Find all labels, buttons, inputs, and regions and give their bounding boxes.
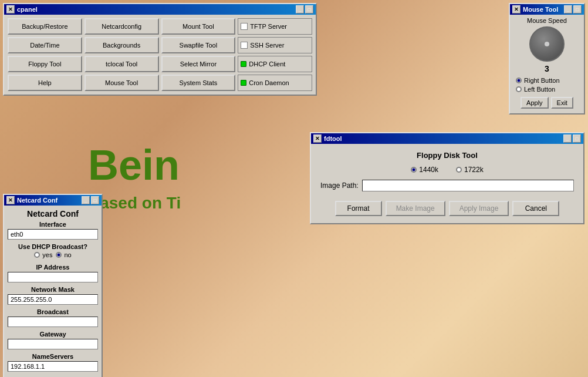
fdtool-close-btn[interactable]: ✕ xyxy=(313,134,322,143)
tftp-checkbox[interactable] xyxy=(241,23,248,30)
mouse-button-group: Right Button Left Button xyxy=(512,77,582,93)
cpanel-grid: Backup/Restore Netcardconfig Mount Tool … xyxy=(4,15,316,95)
dhcp-yes-label: yes xyxy=(42,251,52,258)
make-image-btn[interactable]: Make Image xyxy=(386,201,445,216)
ip-label: IP Address xyxy=(8,264,98,271)
backup-restore-btn[interactable]: Backup/Restore xyxy=(8,18,82,35)
interface-label: Interface xyxy=(8,221,98,228)
format-btn[interactable]: Format xyxy=(335,201,382,216)
gateway-label: Gateway xyxy=(8,331,98,338)
ssh-checkbox[interactable] xyxy=(241,42,248,49)
broadcast-input[interactable] xyxy=(8,317,98,327)
dhcp-client-label: DHCP Client xyxy=(249,60,285,68)
mount-tool-btn[interactable]: Mount Tool xyxy=(161,18,236,35)
dhcp-no-indicator[interactable] xyxy=(56,252,62,258)
mouse-apply-row: Apply Exit xyxy=(512,95,582,111)
tftp-server-btn[interactable]: TFTP Server xyxy=(238,18,312,35)
cancel-btn[interactable]: Cancel xyxy=(512,201,559,216)
broadcast-label: Broadcast xyxy=(8,308,98,315)
cpanel-window: ✕ cpanel _ □ Backup/Restore Netcardconfi… xyxy=(3,3,317,96)
mouse-tool-close-btn[interactable]: ✕ xyxy=(512,5,521,14)
radio-1722-label: 1722k xyxy=(464,166,484,174)
image-path-row: Image Path: xyxy=(315,180,580,191)
dhcp-no-radio[interactable]: no xyxy=(56,251,71,258)
nameservers-input[interactable] xyxy=(8,361,98,372)
dhcp-yes-radio[interactable]: yes xyxy=(34,251,52,258)
cpanel-title: cpanel xyxy=(17,6,38,13)
date-time-btn[interactable]: Date/Time xyxy=(8,37,82,53)
help-btn[interactable]: Help xyxy=(8,75,82,91)
mouse-dial-dot xyxy=(545,42,549,46)
mouse-speed-value: 3 xyxy=(512,64,582,73)
radio-1440-indicator[interactable] xyxy=(411,167,417,173)
left-button-label: Left Button xyxy=(524,86,555,93)
mouse-apply-btn[interactable]: Apply xyxy=(521,97,549,109)
netmask-label: Network Mask xyxy=(8,286,98,293)
image-path-input[interactable] xyxy=(362,180,574,191)
cron-daemon-btn[interactable]: Cron Daemon xyxy=(238,75,312,91)
right-button-label: Right Button xyxy=(524,77,560,84)
fdtool-maximize-btn[interactable]: □ xyxy=(573,134,581,143)
mouse-speed-container: Mouse Speed 3 Right Button Left Button A… xyxy=(510,15,584,113)
swapfile-tool-btn[interactable]: Swapfile Tool xyxy=(161,37,236,53)
mouse-tool-titlebar: ✕ Mouse Tool _ □ xyxy=(510,4,584,15)
dhcp-no-label: no xyxy=(64,251,71,258)
cron-led xyxy=(241,80,246,86)
cpanel-minimize-btn[interactable]: _ xyxy=(296,5,304,14)
dhcp-yes-indicator[interactable] xyxy=(34,252,40,258)
netcardconfig-btn[interactable]: Netcardconfig xyxy=(85,18,159,35)
mouse-tool-title: Mouse Tool xyxy=(523,6,558,13)
tftp-label: TFTP Server xyxy=(250,23,287,30)
netcard-window-title: Netcard Conf xyxy=(17,197,58,204)
dhcp-client-btn[interactable]: DHCP Client xyxy=(238,56,312,72)
ip-input[interactable] xyxy=(8,272,98,282)
netcard-close-btn[interactable]: ✕ xyxy=(6,196,15,204)
mouse-dial[interactable] xyxy=(529,26,565,62)
cpanel-maximize-btn[interactable]: □ xyxy=(305,5,313,14)
fdtool-content: Floppy Disk Tool 1440k 1722k Image Path:… xyxy=(311,144,583,223)
mouse-minimize-btn[interactable]: _ xyxy=(564,5,572,14)
system-stats-btn[interactable]: System Stats xyxy=(161,75,236,91)
ssh-label: SSH Server xyxy=(250,42,284,49)
backgrounds-btn[interactable]: Backgrounds xyxy=(85,37,159,53)
radio-1722-item[interactable]: 1722k xyxy=(456,166,484,174)
netmask-input[interactable] xyxy=(8,294,98,305)
radio-1440-label: 1440k xyxy=(419,166,438,174)
fdtool-window: ✕ fdtool _ □ Floppy Disk Tool 1440k 1722… xyxy=(310,132,584,224)
mouse-speed-label: Mouse Speed xyxy=(512,17,582,24)
netcard-conf-window: ✕ Netcard Conf _ □ Netcard Conf Interfac… xyxy=(3,194,103,377)
radio-1722-indicator[interactable] xyxy=(456,167,462,173)
interface-input[interactable] xyxy=(8,229,98,240)
cpanel-close-btn[interactable]: ✕ xyxy=(6,5,15,14)
netcard-content: Netcard Conf Interface Use DHCP Broadcas… xyxy=(4,206,102,377)
image-path-label: Image Path: xyxy=(320,181,359,190)
netcard-maximize-btn[interactable]: □ xyxy=(91,196,99,204)
radio-1440-item[interactable]: 1440k xyxy=(411,166,438,174)
mouse-tool-window: ✕ Mouse Tool _ □ Mouse Speed 3 Right But… xyxy=(509,3,585,115)
gateway-input[interactable] xyxy=(8,339,98,349)
apply-image-btn[interactable]: Apply Image xyxy=(449,201,509,216)
cpanel-titlebar: ✕ cpanel _ □ xyxy=(4,4,316,15)
netcard-minimize-btn[interactable]: _ xyxy=(82,196,90,204)
floppy-tool-btn[interactable]: Floppy Tool xyxy=(8,56,82,72)
left-button-indicator[interactable] xyxy=(516,86,522,92)
fdtool-radio-row: 1440k 1722k xyxy=(315,166,580,174)
fdtool-window-title: fdtool xyxy=(324,135,342,142)
right-button-radio[interactable]: Right Button xyxy=(516,77,578,84)
tclocal-tool-btn[interactable]: tclocal Tool xyxy=(85,56,159,72)
mouse-maximize-btn[interactable]: □ xyxy=(573,5,582,14)
mouse-tool-btn[interactable]: Mouse Tool xyxy=(85,75,159,91)
fdtool-buttons: Format Make Image Apply Image Cancel xyxy=(315,197,580,220)
fdtool-titlebar: ✕ fdtool _ □ xyxy=(311,133,583,144)
ssh-server-btn[interactable]: SSH Server xyxy=(238,37,312,53)
right-button-indicator[interactable] xyxy=(516,78,522,83)
left-button-radio[interactable]: Left Button xyxy=(516,86,578,93)
select-mirror-btn[interactable]: Select Mirror xyxy=(161,56,236,72)
mouse-exit-btn[interactable]: Exit xyxy=(551,97,573,109)
cron-label: Cron Daemon xyxy=(249,79,289,86)
fdtool-minimize-btn[interactable]: _ xyxy=(563,134,572,143)
dhcp-row: yes no xyxy=(8,251,98,260)
dhcp-question-label: Use DHCP Broadcast? xyxy=(8,243,98,250)
netcard-title: Netcard Conf xyxy=(8,209,98,218)
nameservers-label: NameServers xyxy=(8,353,98,360)
